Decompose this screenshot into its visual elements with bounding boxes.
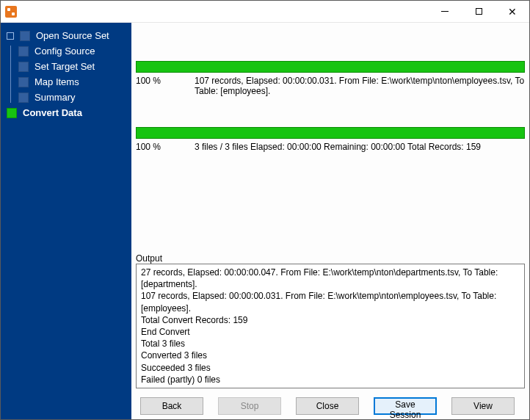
- output-line: Failed (partly) 0 files: [141, 374, 520, 385]
- total-progress-percent: 100 %: [136, 142, 195, 152]
- file-progress-detail: 107 records, Elapsed: 00:00:00.031. From…: [195, 76, 525, 96]
- file-progress-percent: 100 %: [136, 76, 195, 96]
- view-button[interactable]: View: [451, 397, 515, 415]
- sidebar-item-config-source[interactable]: Config Source: [18, 46, 126, 57]
- titlebar: ✕: [1, 1, 529, 23]
- progress-bar-total: [136, 127, 525, 139]
- wizard-sidebar: Open Source Set Config Source Set Target…: [1, 23, 131, 420]
- output-textarea[interactable]: 27 records, Elapsed: 00:00:00.047. From …: [136, 264, 525, 388]
- step-icon: [18, 46, 29, 57]
- sidebar-item-set-target[interactable]: Set Target Set: [18, 61, 126, 72]
- output-line: 107 records, Elapsed: 00:00:00.031. From…: [141, 290, 520, 314]
- sidebar-item-summary[interactable]: Summary: [18, 92, 126, 103]
- button-row: Back Stop Close Save Session View: [136, 396, 525, 416]
- sidebar-children: Config Source Set Target Set Map Items S…: [10, 46, 126, 103]
- step-active-icon: [7, 108, 17, 118]
- app-icon: [5, 6, 17, 18]
- stop-button[interactable]: Stop: [218, 397, 281, 415]
- tree-expander-icon: [7, 32, 14, 40]
- output-line: 27 records, Elapsed: 00:00:00.047. From …: [141, 267, 520, 290]
- minimize-button[interactable]: [428, 1, 462, 23]
- file-progress-section: 100 % 107 records, Elapsed: 00:00:00.031…: [136, 61, 525, 96]
- output-line: End Convert: [141, 326, 520, 338]
- close-window-button[interactable]: ✕: [495, 1, 529, 23]
- sidebar-item-map-items[interactable]: Map Items: [18, 76, 126, 87]
- output-line: Succeeded 3 files: [141, 362, 520, 374]
- step-icon: [18, 77, 29, 87]
- progress-bar-file: [136, 61, 525, 73]
- sidebar-item-label: Map Items: [35, 76, 79, 87]
- save-session-button[interactable]: Save Session: [374, 397, 437, 415]
- sidebar-root-label: Open Source Set: [36, 30, 109, 41]
- total-progress-detail: 3 files / 3 files Elapsed: 00:00:00 Rema…: [195, 142, 525, 152]
- maximize-button[interactable]: [462, 1, 495, 23]
- output-line: Total 3 files: [141, 338, 520, 350]
- sidebar-item-label: Convert Data: [23, 107, 82, 118]
- output-line: Total Convert Records: 159: [141, 314, 520, 326]
- sidebar-root[interactable]: Open Source Set: [7, 30, 126, 41]
- output-line: Converted 3 files: [141, 350, 520, 361]
- step-icon: [18, 62, 29, 72]
- output-label: Output: [136, 247, 525, 264]
- sidebar-item-convert-data[interactable]: Convert Data: [7, 107, 126, 118]
- close-button[interactable]: Close: [296, 397, 359, 415]
- sidebar-item-label: Set Target Set: [35, 61, 95, 72]
- sidebar-item-label: Summary: [35, 92, 76, 103]
- step-icon: [18, 93, 29, 103]
- sidebar-item-label: Config Source: [35, 46, 95, 57]
- total-progress-section: 100 % 3 files / 3 files Elapsed: 00:00:0…: [136, 127, 525, 152]
- back-button[interactable]: Back: [140, 397, 203, 415]
- main-panel: 100 % 107 records, Elapsed: 00:00:00.031…: [131, 23, 529, 420]
